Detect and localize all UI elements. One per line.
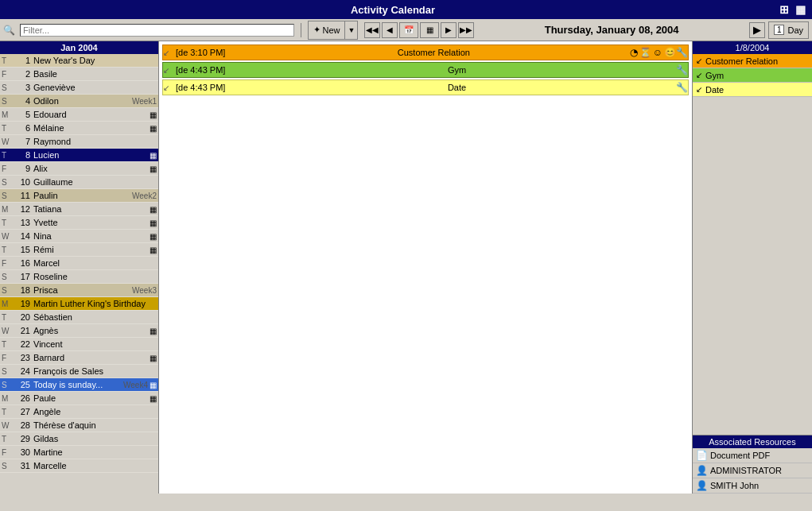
day-name: Paulin xyxy=(33,191,132,200)
calendar-rows: T 1 New Year's Day F 2 Basile S 3 Genevi… xyxy=(0,54,158,473)
cal-item-icon: ▦ xyxy=(150,394,157,403)
list-item[interactable]: T 6 Mélaine ▦ xyxy=(0,122,158,135)
list-item[interactable]: M 5 Edouard ▦ xyxy=(0,108,158,122)
list-item[interactable]: S 31 Marcelle xyxy=(0,459,158,473)
cal-item-icon: ▦ xyxy=(150,110,157,119)
list-item[interactable]: F 2 Basile xyxy=(0,68,158,81)
list-item[interactable]: ↙Gym xyxy=(693,68,812,83)
day-code: T xyxy=(2,435,16,443)
list-item[interactable]: S 11 Paulin Week2 xyxy=(0,189,158,203)
nav-prev-button[interactable]: ◀ xyxy=(382,22,398,38)
day-num: 30 xyxy=(16,447,30,457)
day-name: New Year's Day xyxy=(33,56,157,65)
window-icon2[interactable]: ▦ xyxy=(795,3,806,16)
table-row[interactable]: ↙ [de 4:43 PM] Gym 🔧 xyxy=(162,62,689,78)
list-item[interactable]: F 9 Alix ▦ xyxy=(0,162,158,176)
list-item[interactable]: T 22 Vincent xyxy=(0,338,158,351)
day-name: Paule xyxy=(33,393,148,403)
right-event-indicator: ↙ xyxy=(696,71,702,79)
list-item[interactable]: 📄Document PDF xyxy=(693,448,812,463)
list-item[interactable]: S 4 Odilon Week1 xyxy=(0,95,158,108)
day-name: Odilon xyxy=(33,96,132,106)
day-code: T xyxy=(2,340,16,349)
day-code: S xyxy=(2,178,16,187)
play-button[interactable]: ▶ xyxy=(749,22,765,38)
list-item[interactable]: T 13 Yvette ▦ xyxy=(0,216,158,230)
list-item[interactable]: F 30 Martine xyxy=(0,446,158,459)
event-wrench-icon[interactable]: 🔧 xyxy=(676,82,688,93)
list-item[interactable]: F 23 Barnard ▦ xyxy=(0,351,158,365)
day-code: F xyxy=(2,259,16,268)
list-item[interactable]: M 12 Tatiana ▦ xyxy=(0,203,158,216)
list-item[interactable]: T 20 Sébastien xyxy=(0,311,158,324)
filter-icon: 🔍 xyxy=(3,25,15,36)
day-code: F xyxy=(2,354,16,362)
day-name: Nina xyxy=(33,231,148,241)
day-num: 2 xyxy=(16,69,30,79)
list-item[interactable]: 👤SMITH John xyxy=(693,478,812,494)
table-row[interactable]: ↙ [de 3:10 PM] Customer Relation ◔⏳☺😊 🔧 xyxy=(162,45,689,60)
table-row[interactable]: ↙ [de 4:43 PM] Date 🔧 xyxy=(162,79,689,95)
list-item[interactable]: T 1 New Year's Day xyxy=(0,54,158,68)
day-code: T xyxy=(2,219,16,227)
day-button[interactable]: 1 Day xyxy=(768,21,809,39)
main-container: Jan 2004 T 1 New Year's Day F 2 Basile S… xyxy=(0,41,812,494)
list-item[interactable]: S 25 Today is sunday... Week4 ▦ xyxy=(0,378,158,392)
day-code: F xyxy=(2,70,16,79)
nav-last-button[interactable]: ▶▶ xyxy=(458,22,474,38)
new-dropdown-button[interactable]: ▼ xyxy=(344,21,357,39)
week-label: Week2 xyxy=(132,192,157,200)
cal-item-icon: ▦ xyxy=(150,381,157,389)
right-panel-date: 1/8/2004 xyxy=(693,41,812,54)
new-button[interactable]: ✦ New xyxy=(309,21,344,39)
window-icon1[interactable]: ⊞ xyxy=(779,3,789,16)
empty-calendar-space xyxy=(159,100,692,494)
day-name: Gildas xyxy=(33,434,157,443)
list-item[interactable]: S 17 Roseline xyxy=(0,270,158,284)
list-item[interactable]: T 27 Angèle xyxy=(0,405,158,419)
day-name: Tatiana xyxy=(33,204,148,214)
day-name: Thérèse d'aquin xyxy=(33,420,157,430)
list-item[interactable]: 👤ADMINISTRATOR xyxy=(693,463,812,478)
day-num: 3 xyxy=(16,83,30,92)
right-panel: 1/8/2004 ↙Customer Relation↙Gym↙Date Ass… xyxy=(693,41,812,494)
event-wrench-icon[interactable]: 🔧 xyxy=(676,47,688,58)
nav-next-button[interactable]: ▶ xyxy=(441,22,457,38)
nav-calendar-button[interactable]: 📅 xyxy=(399,22,418,38)
event-list: ↙ [de 3:10 PM] Customer Relation ◔⏳☺😊 🔧 … xyxy=(159,41,692,100)
list-item[interactable]: T 29 Gildas xyxy=(0,432,158,446)
list-item[interactable]: W 14 Nina ▦ xyxy=(0,230,158,243)
filter-input[interactable] xyxy=(20,24,294,37)
list-item[interactable]: S 10 Guillaume xyxy=(0,176,158,189)
day-num: 19 xyxy=(16,299,30,308)
day-name: Mélaine xyxy=(33,123,148,133)
list-item[interactable]: S 24 François de Sales xyxy=(0,365,158,378)
day-num: 11 xyxy=(16,191,30,200)
list-item[interactable]: W 28 Thérèse d'aquin xyxy=(0,419,158,432)
event-status-icon: ⏳ xyxy=(639,47,651,58)
list-item[interactable]: W 21 Agnès ▦ xyxy=(0,324,158,338)
resource-name: SMITH John xyxy=(710,481,759,490)
nav-grid-button[interactable]: ▦ xyxy=(420,22,439,38)
list-item[interactable]: ↙Customer Relation xyxy=(693,54,812,68)
day-name: Prisca xyxy=(33,285,132,295)
list-item[interactable]: F 16 Marcel xyxy=(0,257,158,270)
list-item[interactable]: M 26 Paule ▦ xyxy=(0,392,158,405)
list-item[interactable]: W 7 Raymond xyxy=(0,135,158,149)
day-code: M xyxy=(2,110,16,119)
list-item[interactable]: M 19 Martin Luther King's Birthday xyxy=(0,297,158,311)
event-wrench-icon[interactable]: 🔧 xyxy=(676,64,688,75)
right-event-title: Gym xyxy=(705,71,724,80)
list-item[interactable]: T 8 Lucien ▦ xyxy=(0,149,158,162)
day-name: Marcel xyxy=(33,258,157,268)
list-item[interactable]: S 3 Geneviève xyxy=(0,81,158,95)
right-event-list: ↙Customer Relation↙Gym↙Date xyxy=(693,54,812,435)
cal-item-icon: ▦ xyxy=(150,205,157,214)
list-item[interactable]: T 15 Rémi ▦ xyxy=(0,243,158,257)
list-item[interactable]: ↙Date xyxy=(693,83,812,97)
day-code: M xyxy=(2,300,16,308)
nav-first-button[interactable]: ◀◀ xyxy=(364,22,380,38)
list-item[interactable]: S 18 Prisca Week3 xyxy=(0,284,158,297)
day-name: Today is sunday... xyxy=(33,380,123,389)
event-title: Customer Relation xyxy=(238,48,630,57)
